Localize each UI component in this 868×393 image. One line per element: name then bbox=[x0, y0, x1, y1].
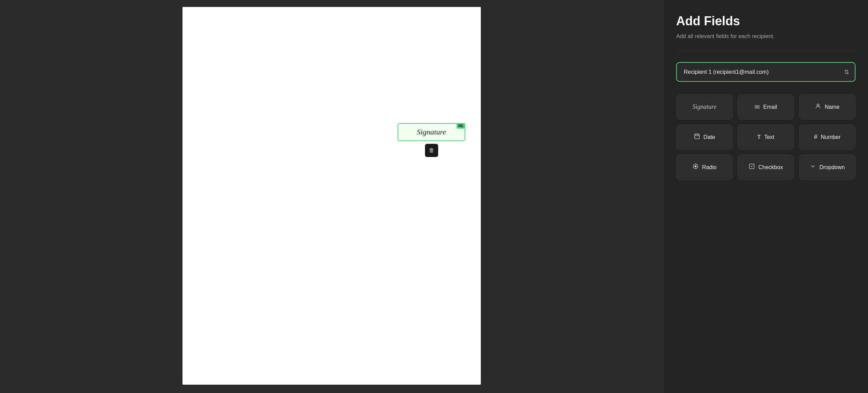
calendar-icon bbox=[694, 133, 700, 141]
field-button-date[interactable]: Date bbox=[676, 124, 733, 150]
svg-point-0 bbox=[817, 104, 819, 106]
signature-field-container[interactable]: Signature RE 🗑 bbox=[398, 123, 465, 141]
svg-point-6 bbox=[695, 166, 696, 167]
trash-icon: 🗑 bbox=[429, 147, 434, 154]
divider bbox=[676, 51, 856, 51]
field-button-email[interactable]: ✉ Email bbox=[738, 94, 794, 120]
field-button-checkbox[interactable]: Checkbox bbox=[738, 155, 794, 180]
field-button-dropdown[interactable]: Dropdown bbox=[799, 155, 856, 180]
sidebar: Add Fields Add all relevant fields for e… bbox=[663, 0, 868, 393]
document-page: Signature RE 🗑 bbox=[182, 7, 481, 385]
document-area: Signature RE 🗑 bbox=[0, 0, 663, 393]
svg-rect-1 bbox=[695, 134, 699, 139]
page-subtitle: Add all relevant fields for each recipie… bbox=[676, 33, 856, 40]
recipient-select[interactable]: Recipient 1 (recipient1@mail.com) Recipi… bbox=[676, 62, 856, 82]
field-label-checkbox: Checkbox bbox=[758, 164, 783, 171]
field-button-name[interactable]: Name bbox=[799, 94, 856, 120]
radio-icon bbox=[692, 163, 699, 171]
field-button-number[interactable]: # Number bbox=[799, 124, 856, 150]
delete-field-button[interactable]: 🗑 bbox=[425, 144, 438, 157]
dropdown-icon bbox=[810, 163, 816, 171]
field-label-dropdown: Dropdown bbox=[819, 164, 845, 171]
field-label-number: Number bbox=[821, 134, 841, 140]
page-title: Add Fields bbox=[676, 14, 856, 28]
signature-field[interactable]: Signature RE bbox=[398, 123, 465, 141]
field-label-name: Name bbox=[825, 104, 840, 110]
recipient-select-wrapper[interactable]: Recipient 1 (recipient1@mail.com) Recipi… bbox=[676, 62, 856, 82]
field-button-text[interactable]: T Text bbox=[738, 124, 794, 150]
field-label-date: Date bbox=[704, 134, 715, 140]
email-icon: ✉ bbox=[755, 103, 760, 111]
recipient-badge: RE bbox=[457, 123, 465, 129]
signature-icon: Signature bbox=[692, 103, 716, 111]
field-label-text: Text bbox=[764, 134, 774, 140]
signature-field-label: Signature bbox=[417, 128, 446, 137]
checkbox-icon bbox=[749, 163, 755, 171]
number-icon: # bbox=[814, 133, 817, 141]
field-label-email: Email bbox=[763, 104, 777, 110]
text-icon: T bbox=[757, 134, 761, 140]
field-button-signature[interactable]: Signature bbox=[676, 94, 733, 120]
fields-grid: Signature ✉ Email Name bbox=[676, 94, 856, 180]
field-label-radio: Radio bbox=[702, 164, 717, 171]
person-icon bbox=[815, 103, 821, 111]
field-button-radio[interactable]: Radio bbox=[676, 155, 733, 180]
